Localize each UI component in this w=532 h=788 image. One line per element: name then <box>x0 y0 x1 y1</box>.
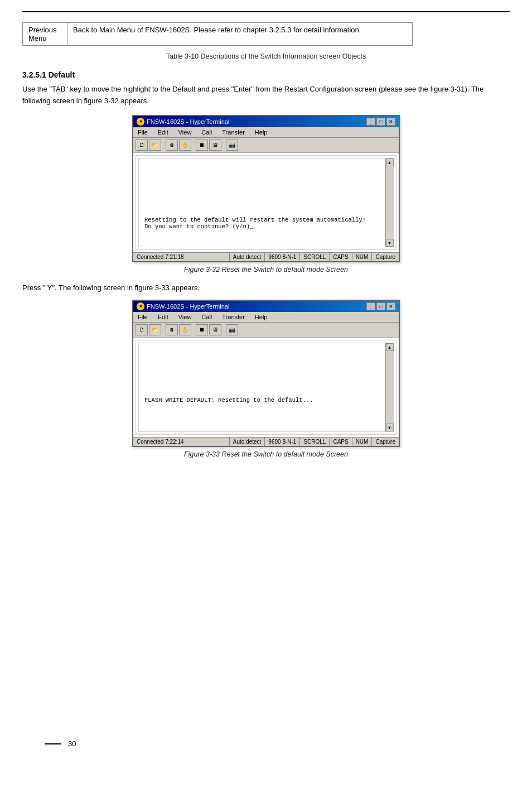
menu-file-2[interactable]: File <box>136 313 150 321</box>
hyper-terminal-window-2: ★ FNSW-1602S - HyperTerminal _ □ ✕ File … <box>132 300 400 447</box>
hyper-statusbar-2: Connected 7:22:14 Auto detect 9600 8-N-1… <box>133 437 399 446</box>
table-cell-col2: Back to Main Menu of FNSW-1602S. Please … <box>67 23 413 46</box>
hyper-statusbar-1: Connected 7:21:18 Auto detect 9600 8-N-1… <box>133 252 399 261</box>
menu-help-2[interactable]: Help <box>253 313 270 321</box>
footer-rule <box>45 743 61 744</box>
table-cell-col1: Previous Menu <box>23 23 67 46</box>
scroll-down-2[interactable]: ▼ <box>386 424 394 431</box>
status-scroll-2: SCROLL <box>300 438 330 446</box>
close-button-1[interactable]: ✕ <box>386 118 395 126</box>
menu-transfer-1[interactable]: Transfer <box>220 128 247 136</box>
titlebar-buttons-2: _ □ ✕ <box>366 302 395 310</box>
toolbar-capture-1[interactable]: 📷 <box>226 140 238 151</box>
fig1-caption: Figure 3-32 Reset the Switch to default … <box>22 266 510 273</box>
table-caption: Table 3-10 Descriptions of the Switch In… <box>22 52 510 60</box>
page-number: 30 <box>68 739 76 748</box>
toolbar-dial-1[interactable]: ☎ <box>166 140 178 151</box>
scrollbar-2[interactable]: ▲ ▼ <box>385 343 393 431</box>
content-line-2-1: FLASH WRITE DEFAULT: Resetting to the de… <box>144 397 313 403</box>
toolbar-open-2[interactable]: 📂 <box>149 324 161 335</box>
maximize-button-1[interactable]: □ <box>376 118 385 126</box>
status-scroll-1: SCROLL <box>300 253 330 261</box>
menu-transfer-2[interactable]: Transfer <box>220 313 247 321</box>
hyper-content-1: Resetting to the default will restart th… <box>138 158 394 247</box>
status-baud-2: 9600 8-N-1 <box>265 438 300 446</box>
titlebar-app-icon-1: ★ <box>137 118 144 126</box>
fig2-caption: Figure 3-33 Reset the Switch to default … <box>22 450 510 458</box>
scroll-up-1[interactable]: ▲ <box>386 158 394 166</box>
hyper-menubar-1: File Edit View Call Transfer Help <box>133 127 399 138</box>
scroll-up-2[interactable]: ▲ <box>386 343 394 351</box>
toolbar-new-2[interactable]: 🗋 <box>136 324 148 335</box>
maximize-button-2[interactable]: □ <box>376 302 385 310</box>
status-autodetect-1: Auto detect <box>230 253 265 261</box>
toolbar-hangup-1[interactable]: ✋ <box>179 140 191 151</box>
status-caps-2: CAPS <box>330 438 352 446</box>
section-heading: 3.2.5.1 Default <box>22 70 510 79</box>
status-num-1: NUM <box>352 253 373 261</box>
status-baud-1: 9600 8-N-1 <box>265 253 300 261</box>
hyper-titlebar-1: ★ FNSW-1602S - HyperTerminal _ □ ✕ <box>133 116 399 127</box>
menu-view-2[interactable]: View <box>176 313 194 321</box>
minimize-button-1[interactable]: _ <box>366 118 375 126</box>
hyper-toolbar-2: 🗋 📂 ☎ ✋ ⏹ 🖥 📷 <box>133 323 399 338</box>
close-button-2[interactable]: ✕ <box>386 302 395 310</box>
page-footer: 30 <box>45 739 76 748</box>
menu-help-1[interactable]: Help <box>253 128 270 136</box>
toolbar-recv-2[interactable]: 🖥 <box>209 324 221 335</box>
hyper-content-text-2: FLASH WRITE DEFAULT: Resetting to the de… <box>144 397 313 403</box>
status-num-2: NUM <box>352 438 373 446</box>
menu-view-1[interactable]: View <box>176 128 194 136</box>
hyper-toolbar-1: 🗋 📂 ☎ ✋ ⏹ 🖥 📷 <box>133 138 399 153</box>
toolbar-send-2[interactable]: ⏹ <box>196 324 208 335</box>
titlebar-title-2: FNSW-1602S - HyperTerminal <box>147 303 229 310</box>
status-connected-1: Connected 7:21:18 <box>133 253 230 261</box>
hyper-content-2: FLASH WRITE DEFAULT: Resetting to the de… <box>138 343 394 432</box>
toolbar-new-1[interactable]: 🗋 <box>136 140 148 151</box>
toolbar-capture-2[interactable]: 📷 <box>226 324 238 335</box>
table-row: Previous Menu Back to Main Menu of FNSW-… <box>23 23 413 46</box>
status-capture-2: Capture <box>372 438 399 446</box>
toolbar-open-1[interactable]: 📂 <box>149 140 161 151</box>
menu-edit-1[interactable]: Edit <box>156 128 171 136</box>
content-line-1-2: Do you want to continue? (y/n)_ <box>144 223 366 230</box>
menu-call-1[interactable]: Call <box>199 128 214 136</box>
press-text: Press " Y". The following screen in figu… <box>22 284 502 292</box>
titlebar-title-1: FNSW-1602S - HyperTerminal <box>147 118 229 125</box>
top-rule <box>22 11 510 12</box>
menu-file-1[interactable]: File <box>136 128 150 136</box>
toolbar-send-1[interactable]: ⏹ <box>196 140 208 151</box>
titlebar-buttons-1: _ □ ✕ <box>366 118 395 126</box>
toolbar-recv-1[interactable]: 🖥 <box>209 140 221 151</box>
content-line-1-1: Resetting to the default will restart th… <box>144 217 366 223</box>
hyper-content-text-1: Resetting to the default will restart th… <box>144 217 366 230</box>
titlebar-left-1: ★ FNSW-1602S - HyperTerminal <box>137 118 229 126</box>
hyper-terminal-window-1: ★ FNSW-1602S - HyperTerminal _ □ ✕ File … <box>132 115 400 262</box>
minimize-button-2[interactable]: _ <box>366 302 375 310</box>
toolbar-dial-2[interactable]: ☎ <box>166 324 178 335</box>
status-connected-2: Connected 7:22:14 <box>133 438 230 446</box>
scroll-down-1[interactable]: ▼ <box>386 239 394 247</box>
status-caps-1: CAPS <box>330 253 352 261</box>
scrollbar-1[interactable]: ▲ ▼ <box>385 158 393 247</box>
menu-edit-2[interactable]: Edit <box>156 313 171 321</box>
body-text-1: Use the "TAB" key to move the highlight … <box>22 84 502 107</box>
titlebar-app-icon-2: ★ <box>137 302 144 310</box>
hyper-titlebar-2: ★ FNSW-1602S - HyperTerminal _ □ ✕ <box>133 301 399 312</box>
hyper-menubar-2: File Edit View Call Transfer Help <box>133 312 399 323</box>
info-table: Previous Menu Back to Main Menu of FNSW-… <box>22 22 413 46</box>
titlebar-left-2: ★ FNSW-1602S - HyperTerminal <box>137 302 229 310</box>
menu-call-2[interactable]: Call <box>199 313 214 321</box>
status-capture-1: Capture <box>372 253 399 261</box>
status-autodetect-2: Auto detect <box>230 438 265 446</box>
toolbar-hangup-2[interactable]: ✋ <box>179 324 191 335</box>
